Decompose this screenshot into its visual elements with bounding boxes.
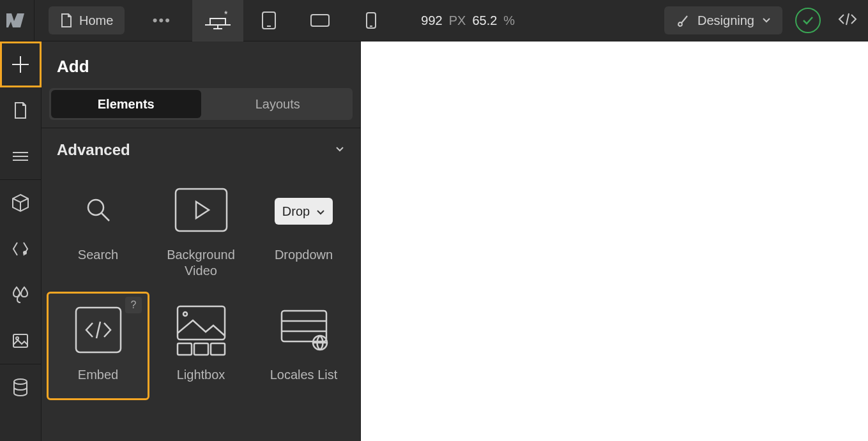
svg-point-14 <box>14 379 27 384</box>
check-icon <box>802 16 814 25</box>
image-icon <box>11 333 29 349</box>
mode-selector[interactable]: Designing <box>664 6 782 34</box>
section-advanced-header[interactable]: Advanced <box>42 128 360 172</box>
dropdown-preview: Drop <box>275 198 333 225</box>
element-embed[interactable]: ? Embed <box>47 292 149 400</box>
canvas-zoom-unit: % <box>503 13 515 28</box>
element-background-video[interactable]: Background Video <box>149 172 252 285</box>
svg-rect-20 <box>178 306 225 340</box>
tab-elements[interactable]: Elements <box>51 90 201 118</box>
mobile-icon <box>365 11 377 30</box>
tablet-landscape-icon <box>309 13 331 28</box>
element-label: Dropdown <box>275 247 333 263</box>
element-search[interactable]: Search <box>47 172 149 285</box>
help-badge[interactable]: ? <box>125 297 142 313</box>
svg-rect-3 <box>311 15 329 26</box>
chevron-down-icon <box>762 17 771 24</box>
app-logo[interactable] <box>0 0 34 41</box>
canvas-size-readout: 992 PX 65.2 % <box>421 13 515 28</box>
plus-icon <box>10 54 31 75</box>
design-canvas[interactable] <box>361 41 868 441</box>
code-icon <box>837 12 858 29</box>
breakpoint-tablet-button[interactable] <box>243 0 294 41</box>
rail-assets-button[interactable] <box>0 318 42 364</box>
lightbox-icon <box>174 303 229 360</box>
search-icon <box>84 195 113 227</box>
rail-add-button[interactable] <box>0 41 42 87</box>
breakpoint-tablet-landscape-button[interactable] <box>294 0 346 41</box>
rail-cms-button[interactable] <box>0 364 42 410</box>
elements-grid: Search Background Video Drop <box>42 172 360 413</box>
chevron-down-icon <box>335 144 345 156</box>
rail-variables-button[interactable] <box>0 226 42 272</box>
panel-title: Add <box>42 41 360 88</box>
element-locales-list[interactable]: Locales List <box>252 292 355 400</box>
rail-pages-button[interactable] <box>0 87 42 133</box>
desktop-star-icon: * <box>204 11 232 30</box>
more-menu[interactable]: ••• <box>142 12 181 29</box>
canvas-width-unit: PX <box>449 13 466 28</box>
element-dropdown[interactable]: Drop Dropdown <box>252 172 355 285</box>
chevron-down-icon <box>316 204 325 219</box>
rail-navigator-button[interactable] <box>0 133 42 179</box>
add-panel: Add Elements Layouts Advanced Search <box>42 41 361 441</box>
code-toggle[interactable] <box>835 12 860 29</box>
breakpoint-group: * <box>192 0 397 41</box>
breakpoint-mobile-button[interactable] <box>346 0 397 41</box>
svg-rect-24 <box>211 343 225 355</box>
element-lightbox[interactable]: Lightbox <box>149 292 252 400</box>
add-tabs: Elements Layouts <box>49 88 353 120</box>
element-label: Embed <box>78 367 118 383</box>
top-bar: Home ••• * 992 PX 65.2 % <box>0 0 868 41</box>
droplets-icon <box>11 285 30 304</box>
canvas-width-value: 992 <box>421 13 442 28</box>
left-rail <box>0 41 42 441</box>
rail-styles-button[interactable] <box>0 272 42 318</box>
element-label: Locales List <box>270 367 338 383</box>
svg-rect-22 <box>178 343 192 355</box>
svg-line-16 <box>102 213 109 221</box>
mode-label: Designing <box>697 13 754 28</box>
element-label: Background Video <box>153 247 248 279</box>
variables-icon <box>11 240 30 258</box>
video-icon <box>173 186 229 236</box>
svg-point-15 <box>88 200 103 215</box>
navigator-icon <box>11 150 30 163</box>
svg-point-21 <box>183 312 187 316</box>
page-icon <box>13 101 28 120</box>
element-label: Search <box>78 247 118 263</box>
svg-rect-23 <box>194 343 208 355</box>
page-selector[interactable]: Home <box>49 6 125 34</box>
brush-icon <box>676 13 690 27</box>
svg-point-13 <box>16 337 19 340</box>
cube-icon <box>11 193 30 213</box>
svg-text:*: * <box>224 11 228 19</box>
webflow-logo-icon <box>6 13 28 27</box>
section-title: Advanced <box>57 141 130 159</box>
tablet-portrait-icon <box>261 10 277 31</box>
svg-rect-17 <box>176 189 227 231</box>
database-icon <box>11 378 29 397</box>
canvas-zoom-value: 65.2 <box>472 13 497 28</box>
tab-layouts[interactable]: Layouts <box>203 88 353 120</box>
rail-components-button[interactable] <box>0 180 42 226</box>
breakpoint-desktop-button[interactable]: * <box>192 0 243 41</box>
svg-line-19 <box>96 322 100 338</box>
svg-point-11 <box>23 251 27 255</box>
dropdown-preview-label: Drop <box>282 204 310 219</box>
locales-icon <box>278 307 330 355</box>
page-label: Home <box>79 13 113 28</box>
svg-rect-12 <box>13 334 27 347</box>
embed-icon <box>72 304 125 359</box>
status-ok[interactable] <box>795 8 821 33</box>
element-label: Lightbox <box>177 367 225 383</box>
page-icon <box>60 13 73 28</box>
ellipsis-icon: ••• <box>153 12 171 28</box>
